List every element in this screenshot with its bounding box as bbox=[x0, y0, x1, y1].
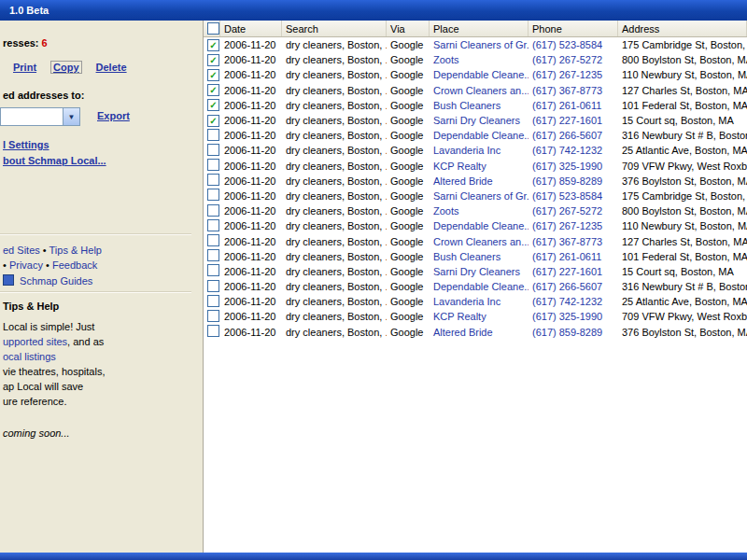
table-row[interactable]: 2006-11-20dry cleaners, Boston, ...Googl… bbox=[204, 218, 747, 233]
table-row[interactable]: ✓2006-11-20dry cleaners, Boston, ...Goog… bbox=[204, 52, 747, 67]
cell-place-link[interactable]: Sarni Cleaners of Gr... bbox=[430, 190, 529, 202]
cell-address: 376 Boylston St, Boston, MA bbox=[618, 175, 747, 187]
cell-via: Google bbox=[387, 161, 430, 172]
cell-place-link[interactable]: Zoots bbox=[430, 205, 529, 217]
row-checkbox[interactable]: ✓ bbox=[207, 54, 219, 66]
supported-sites-inline-link[interactable]: upported sites bbox=[3, 336, 67, 347]
row-checkbox[interactable] bbox=[207, 325, 219, 337]
row-checkbox[interactable] bbox=[207, 295, 219, 307]
taskbar[interactable] bbox=[0, 553, 747, 560]
cell-place-link[interactable]: Crown Cleaners an... bbox=[430, 85, 529, 96]
table-row[interactable]: 2006-11-20dry cleaners, Boston, ...Googl… bbox=[204, 143, 747, 158]
cell-place-link[interactable]: Lavanderia Inc bbox=[430, 296, 529, 307]
chevron-down-icon[interactable]: ▼ bbox=[63, 108, 79, 125]
table-row[interactable]: 2006-11-20dry cleaners, Boston, ...Googl… bbox=[204, 159, 747, 174]
cell-search: dry cleaners, Boston, ... bbox=[282, 220, 387, 231]
table-row[interactable]: 2006-11-20dry cleaners, Boston, ...Googl… bbox=[204, 203, 747, 218]
cell-place-link[interactable]: Altered Bride bbox=[430, 175, 529, 187]
cell-place-link[interactable]: KCP Realty bbox=[430, 311, 529, 322]
table-row[interactable]: 2006-11-20dry cleaners, Boston, ...Googl… bbox=[204, 279, 747, 294]
row-checkbox[interactable] bbox=[207, 310, 219, 322]
cell-place-link[interactable]: Bush Cleaners bbox=[430, 100, 529, 111]
settings-link[interactable]: l Settings bbox=[3, 139, 49, 150]
help-text-line: ocal listings bbox=[3, 351, 56, 362]
row-checkbox[interactable] bbox=[207, 159, 219, 171]
row-checkbox[interactable] bbox=[207, 280, 219, 292]
row-checkbox[interactable]: ✓ bbox=[207, 115, 219, 127]
table-row[interactable]: 2006-11-20dry cleaners, Boston, ...Googl… bbox=[204, 174, 747, 189]
select-all-checkbox[interactable] bbox=[207, 22, 219, 35]
column-header-address[interactable]: Address bbox=[618, 21, 747, 36]
cell-place-link[interactable]: Dependable Cleane... bbox=[430, 130, 529, 141]
table-row[interactable]: 2006-11-20dry cleaners, Boston, ...Googl… bbox=[204, 128, 747, 143]
print-link[interactable]: Print bbox=[13, 62, 36, 73]
cell-place-link[interactable]: Sarni Dry Cleaners bbox=[430, 266, 529, 277]
cell-place-link[interactable]: Crown Cleaners an... bbox=[430, 236, 529, 247]
cell-place-link[interactable]: Dependable Cleane... bbox=[430, 220, 529, 231]
cell-place-link[interactable]: Dependable Cleane... bbox=[430, 69, 529, 80]
cell-place-link[interactable]: Dependable Cleane... bbox=[430, 281, 529, 292]
table-row[interactable]: 2006-11-20dry cleaners, Boston, ...Googl… bbox=[204, 264, 747, 279]
row-checkbox[interactable] bbox=[207, 264, 219, 276]
cell-place-link[interactable]: Zoots bbox=[430, 54, 529, 65]
export-link[interactable]: Export bbox=[97, 110, 130, 121]
cell-place-link[interactable]: Altered Bride bbox=[430, 327, 529, 338]
table-row[interactable]: ✓2006-11-20dry cleaners, Boston, ...Goog… bbox=[204, 83, 747, 98]
tips-help-link[interactable]: Tips & Help bbox=[49, 245, 102, 256]
row-checkbox[interactable] bbox=[207, 189, 219, 201]
table-row[interactable]: 2006-11-20dry cleaners, Boston, ...Googl… bbox=[204, 249, 747, 264]
sidebar-divider-bottom bbox=[0, 291, 191, 293]
about-schmap-link[interactable]: bout Schmap Local... bbox=[3, 155, 106, 166]
cell-date: 2006-11-20 bbox=[220, 220, 282, 231]
column-header-phone[interactable]: Phone bbox=[529, 21, 618, 36]
footer-links-line-2: • Privacy • Feedback bbox=[3, 259, 97, 271]
row-checkbox[interactable] bbox=[207, 144, 219, 156]
supported-sites-link[interactable]: ed Sites bbox=[3, 245, 40, 256]
table-row[interactable]: ✓2006-11-20dry cleaners, Boston, ...Goog… bbox=[204, 113, 747, 128]
row-checkbox[interactable]: ✓ bbox=[207, 69, 219, 81]
table-row[interactable]: ✓2006-11-20dry cleaners, Boston, ...Goog… bbox=[204, 98, 747, 113]
export-format-select[interactable]: ▼ bbox=[0, 107, 80, 126]
row-checkbox[interactable] bbox=[207, 234, 219, 246]
feedback-link[interactable]: Feedback bbox=[52, 259, 97, 271]
column-header-place[interactable]: Place bbox=[430, 21, 529, 36]
table-row[interactable]: 2006-11-20dry cleaners, Boston, ...Googl… bbox=[204, 309, 747, 324]
row-checkbox[interactable] bbox=[207, 204, 219, 217]
cell-address: 127 Charles St, Boston, MA bbox=[618, 85, 747, 96]
table-row[interactable]: 2006-11-20dry cleaners, Boston, ...Googl… bbox=[204, 189, 747, 203]
row-checkbox[interactable]: ✓ bbox=[207, 39, 219, 51]
local-listings-inline-link[interactable]: ocal listings bbox=[3, 351, 56, 362]
copy-link[interactable]: Copy bbox=[51, 62, 81, 73]
help-text-line: ure reference. bbox=[3, 396, 66, 407]
delete-link[interactable]: Delete bbox=[96, 62, 127, 73]
cell-place-link[interactable]: KCP Realty bbox=[430, 161, 529, 172]
cell-checkbox bbox=[204, 310, 220, 324]
table-row[interactable]: 2006-11-20dry cleaners, Boston, ...Googl… bbox=[204, 233, 747, 248]
cell-checkbox bbox=[204, 174, 220, 188]
cell-place-link[interactable]: Sarni Cleaners of Gr... bbox=[430, 39, 529, 50]
table-row[interactable]: 2006-11-20dry cleaners, Boston, ...Googl… bbox=[204, 294, 747, 309]
row-checkbox[interactable] bbox=[207, 219, 219, 231]
column-header-date[interactable]: Date bbox=[220, 21, 282, 36]
cell-checkbox: ✓ bbox=[204, 54, 220, 66]
cell-search: dry cleaners, Boston, ... bbox=[282, 327, 387, 338]
column-header-via[interactable]: Via bbox=[387, 21, 430, 36]
privacy-link[interactable]: Privacy bbox=[9, 259, 43, 271]
cell-date: 2006-11-20 bbox=[220, 190, 282, 202]
row-checkbox[interactable]: ✓ bbox=[207, 99, 219, 111]
row-checkbox[interactable]: ✓ bbox=[207, 84, 219, 96]
row-checkbox[interactable] bbox=[207, 129, 219, 141]
cell-checkbox bbox=[204, 325, 220, 339]
schmap-guides-link[interactable]: Schmap Guides bbox=[20, 275, 92, 287]
row-checkbox[interactable] bbox=[207, 249, 219, 261]
column-header-search[interactable]: Search bbox=[282, 21, 387, 36]
cell-place-link[interactable]: Bush Cleaners bbox=[430, 251, 529, 262]
table-row[interactable]: 2006-11-20dry cleaners, Boston, ...Googl… bbox=[204, 325, 747, 340]
table-row[interactable]: ✓2006-11-20dry cleaners, Boston, ...Goog… bbox=[204, 37, 747, 52]
cell-phone: (617) 267-5272 bbox=[529, 54, 618, 65]
cell-place-link[interactable]: Sarni Dry Cleaners bbox=[430, 115, 529, 126]
cell-place-link[interactable]: Lavanderia Inc bbox=[430, 145, 529, 156]
row-checkbox[interactable] bbox=[207, 174, 219, 186]
table-row[interactable]: ✓2006-11-20dry cleaners, Boston, ...Goog… bbox=[204, 67, 747, 82]
cell-address: 709 VFW Pkwy, West Roxbury, MA bbox=[618, 161, 747, 172]
